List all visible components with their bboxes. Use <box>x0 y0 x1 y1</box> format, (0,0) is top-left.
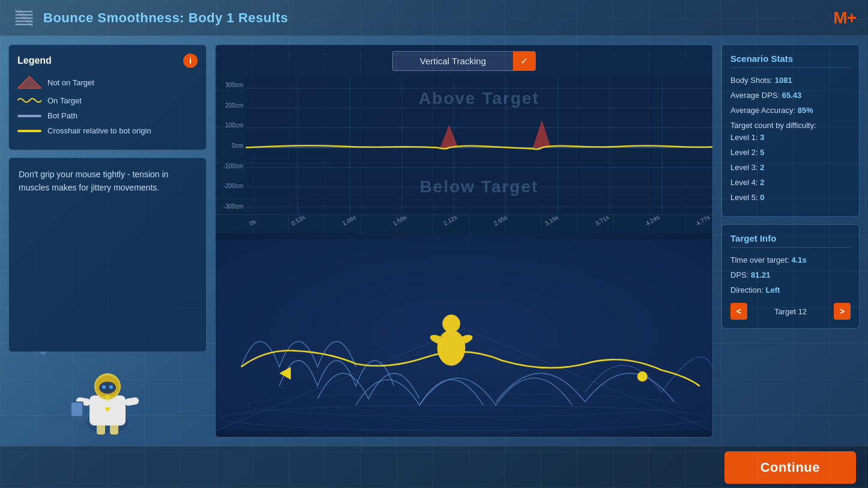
svg-marker-7 <box>17 76 41 88</box>
stat-level3: Level 3: 2 <box>730 162 851 173</box>
time-053: 0.53s <box>290 213 306 227</box>
prev-target-button[interactable]: < <box>730 303 747 320</box>
stat-avg-acc: Average Accuracy: 85% <box>730 105 851 116</box>
y-label-0: 0cm <box>218 142 243 149</box>
tracking-dropdown[interactable]: Vertical Tracking ✓ <box>392 51 536 71</box>
page-title: Bounce Smoothness: Body 1 Results <box>43 10 288 26</box>
legend-label-bot-path: Bot Path <box>47 111 77 120</box>
legend-item-bot-path: Bot Path <box>17 111 198 120</box>
svg-point-45 <box>442 315 460 333</box>
legend-item-not-on-target: Not on Target <box>17 75 198 90</box>
legend-header: Legend i <box>17 53 198 68</box>
character-area <box>8 353 207 438</box>
not-on-target-icon <box>17 75 41 90</box>
tip-box: Don't grip your mouse tightly - tension … <box>8 157 207 352</box>
difficulty-label: Target count by difficulty: <box>730 121 851 130</box>
chart-y-labels: 300cm 200cm 100cm 0cm -100cm -200cm -300… <box>216 77 246 215</box>
tip-text: Don't grip your mouse tightly - tension … <box>19 168 196 195</box>
on-target-icon <box>17 96 41 105</box>
left-panel: Legend i Not on Target On Ta <box>8 44 207 438</box>
logo: M+ <box>833 8 856 28</box>
bot-path-icon <box>17 115 41 117</box>
stat-level1: Level 1: 3 <box>730 132 851 143</box>
time-0: 0s <box>248 218 257 227</box>
dropdown-arrow-icon[interactable]: ✓ <box>513 52 535 70</box>
header-icon <box>12 6 36 30</box>
stat-time-over-target: Time over target: 4.1s <box>730 255 851 266</box>
legend-label-crosshair: Crosshair relative to bot origin <box>47 126 151 135</box>
legend-item-on-target: On Target <box>17 96 198 105</box>
continue-button[interactable]: Continue <box>724 451 856 484</box>
target-label: Target 12 <box>774 307 807 316</box>
y-label-100: 100cm <box>218 122 243 129</box>
replay-svg <box>216 233 712 437</box>
time-371: 3.71s <box>594 213 610 227</box>
scenario-stats-title: Scenario Stats <box>730 53 851 68</box>
legend-item-crosshair: Crosshair relative to bot origin <box>17 126 198 135</box>
svg-rect-41 <box>216 239 712 430</box>
next-target-button[interactable]: > <box>834 303 851 320</box>
svg-point-43 <box>637 371 648 382</box>
time-106: 1.06s <box>341 213 357 227</box>
stat-level2: Level 2: 5 <box>730 147 851 158</box>
main-content: Legend i Not on Target On Ta <box>0 36 868 446</box>
crosshair-icon <box>17 130 41 132</box>
legend-label-on-target: On Target <box>47 96 82 105</box>
y-label-300: 300cm <box>218 82 243 88</box>
chart-svg <box>246 77 712 215</box>
right-panel: Scenario Stats Body Shots: 1081 Average … <box>721 44 860 438</box>
svg-point-20 <box>109 385 113 389</box>
y-label-n100: -100cm <box>218 163 243 169</box>
svg-point-18 <box>99 382 116 394</box>
legend-box: Legend i Not on Target On Ta <box>8 44 207 150</box>
dropdown-label: Vertical Tracking <box>393 52 513 70</box>
time-labels: 0s 0.53s 1.06s 1.59s 2.12s 2.65s 3.18s 3… <box>246 221 712 228</box>
time-318: 3.18s <box>544 213 560 227</box>
time-axis: 0s 0.53s 1.06s 1.59s 2.12s 2.65s 3.18s 3… <box>216 215 712 233</box>
time-212: 2.12s <box>442 213 458 227</box>
stat-direction: Direction: Left <box>730 285 851 296</box>
legend-title: Legend <box>17 55 52 66</box>
target-nav: < Target 12 > <box>730 303 851 320</box>
scenario-stats-box: Scenario Stats Body Shots: 1081 Average … <box>721 44 860 217</box>
y-label-n300: -300cm <box>218 203 243 210</box>
tracking-chart: 300cm 200cm 100cm 0cm -100cm -200cm -300… <box>216 77 712 215</box>
dropdown-bar: Vertical Tracking ✓ <box>216 45 712 77</box>
center-panel: Vertical Tracking ✓ 300cm 200cm 100cm 0c… <box>215 44 713 438</box>
y-label-n200: -200cm <box>218 183 243 189</box>
svg-rect-15 <box>71 403 82 416</box>
time-159: 1.59s <box>392 213 408 227</box>
stat-level5: Level 5: 0 <box>730 192 851 203</box>
stat-level4: Level 4: 2 <box>730 177 851 188</box>
time-424: 4.24s <box>645 213 661 227</box>
svg-point-19 <box>102 385 106 389</box>
time-265: 2.65s <box>493 213 509 227</box>
chart-svg-container <box>246 77 712 215</box>
target-info-title: Target Info <box>730 233 851 248</box>
visual-replay <box>216 233 712 437</box>
stat-body-shots: Body Shots: 1081 <box>730 75 851 86</box>
info-icon[interactable]: i <box>183 53 198 68</box>
svg-point-44 <box>437 330 466 365</box>
y-label-200: 200cm <box>218 102 243 109</box>
character-figure <box>53 353 162 438</box>
bottom-bar: Continue <box>0 446 868 488</box>
header-left: Bounce Smoothness: Body 1 Results <box>12 6 288 30</box>
target-info-box: Target Info Time over target: 4.1s DPS: … <box>721 224 860 329</box>
svg-rect-13 <box>124 397 139 406</box>
header: Bounce Smoothness: Body 1 Results M+ <box>0 0 868 36</box>
stat-avg-dps: Average DPS: 65.43 <box>730 90 851 101</box>
stat-dps: DPS: 81.21 <box>730 270 851 281</box>
legend-label-not-on-target: Not on Target <box>47 78 94 87</box>
time-477: 4.77s <box>695 213 711 227</box>
